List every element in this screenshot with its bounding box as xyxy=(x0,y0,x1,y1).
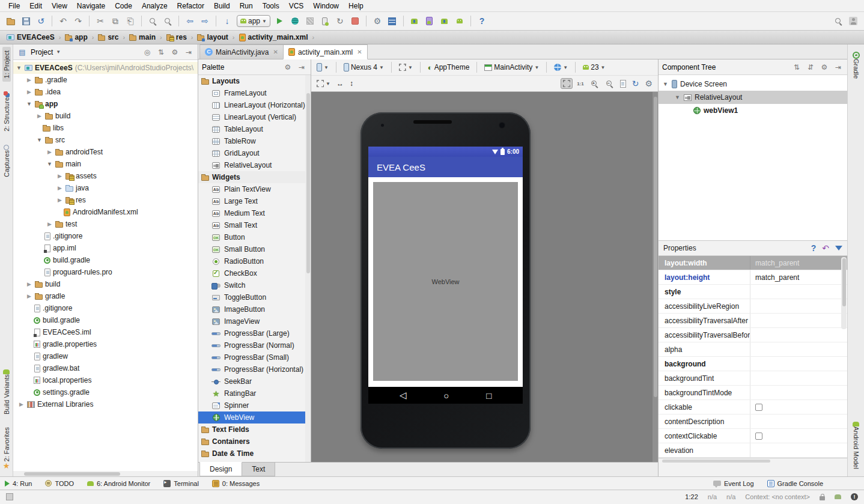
collapsed-arrow-icon[interactable]: ▶ xyxy=(36,113,43,119)
breadcrumb-layout[interactable]: layout xyxy=(195,33,230,41)
search-everywhere-icon[interactable] xyxy=(831,14,845,28)
palette-item-webview[interactable]: WebView xyxy=(198,411,311,424)
forward-icon[interactable]: ⇨ xyxy=(198,14,212,28)
tool-button-captures[interactable]: Captures xyxy=(2,141,11,181)
tree-row[interactable]: ▶java xyxy=(13,182,198,194)
menu-file[interactable]: File xyxy=(4,1,25,11)
hide-panel-icon[interactable]: ⇥ xyxy=(183,48,194,56)
save-icon[interactable] xyxy=(19,14,33,28)
property-row[interactable]: background xyxy=(659,357,847,371)
tree-row[interactable]: ▶gradle xyxy=(13,290,198,302)
home-nav-icon[interactable]: ○ xyxy=(443,390,449,401)
vertical-scrollbar[interactable] xyxy=(841,257,847,329)
pan-tool-icon[interactable] xyxy=(561,78,573,89)
breadcrumb-app[interactable]: app xyxy=(63,33,89,41)
tool-button-build-variants[interactable]: Build Variants xyxy=(2,366,11,418)
palette-item[interactable]: ImageButton xyxy=(198,303,311,315)
menu-vcs[interactable]: VCS xyxy=(284,1,309,11)
zoom-actual-icon[interactable]: 1:1 xyxy=(575,80,586,88)
property-row[interactable]: layout:heightmatch_parent xyxy=(659,270,847,285)
help-icon[interactable]: ? xyxy=(475,14,489,28)
paste-icon[interactable]: ⎗ xyxy=(123,14,138,28)
gear-icon[interactable]: ⚙ xyxy=(169,48,180,56)
tab-activity-main-xml[interactable]: activity_main.xml ✕ xyxy=(283,44,368,59)
sdk-manager-icon[interactable] xyxy=(437,14,452,28)
sort-icon[interactable]: ↓ xyxy=(220,14,234,28)
palette-item[interactable]: ToggleButton xyxy=(198,291,311,303)
collapse-all-icon[interactable]: ⇅ xyxy=(156,48,166,56)
menu-run[interactable]: Run xyxy=(235,1,258,11)
tree-row[interactable]: AndroidManifest.xml xyxy=(13,206,198,218)
menu-help[interactable]: Help xyxy=(344,1,368,11)
tree-row[interactable]: gradlew.bat xyxy=(13,362,198,374)
palette-item[interactable]: Medium Text xyxy=(198,207,311,219)
gear-icon[interactable]: ⚙ xyxy=(819,63,830,71)
expanded-arrow-icon[interactable]: ▼ xyxy=(662,81,669,87)
lock-icon[interactable] xyxy=(820,496,825,500)
design-canvas[interactable]: 6:00 EVEA CeeS WebView xyxy=(311,92,658,462)
collapsed-arrow-icon[interactable]: ▶ xyxy=(46,221,53,227)
menu-analyze[interactable]: Analyze xyxy=(137,1,172,11)
expanded-arrow-icon[interactable]: ▼ xyxy=(674,94,681,100)
palette-item[interactable]: RelativeLayout xyxy=(198,159,311,171)
zoom-fit-selector[interactable]: ▼ xyxy=(315,79,332,88)
component-row-relativelayout[interactable]: ▼ RelativeLayout xyxy=(659,91,847,104)
expand-horizontal-icon[interactable]: ↔ xyxy=(335,78,345,89)
canvas-scrollbar[interactable] xyxy=(653,92,658,462)
hide-panel-icon[interactable]: ⇥ xyxy=(296,63,307,71)
tool-button-favorites[interactable]: 2: Favorites ★ xyxy=(2,424,11,474)
debug-icon[interactable] xyxy=(288,14,302,28)
collapsed-arrow-icon[interactable]: ▶ xyxy=(56,197,63,203)
help-icon[interactable]: ? xyxy=(811,243,817,253)
collapsed-arrow-icon[interactable]: ▶ xyxy=(26,293,32,299)
palette-item[interactable]: Spinner xyxy=(198,399,311,411)
palette-item[interactable]: ImageView xyxy=(198,315,311,327)
tree-row[interactable]: ▶.idea xyxy=(13,86,198,98)
tree-row-app[interactable]: ▼app xyxy=(13,98,198,110)
property-row[interactable]: style xyxy=(659,285,847,299)
run-config-selector[interactable]: app ▼ xyxy=(237,15,270,27)
collapsed-arrow-icon[interactable]: ▶ xyxy=(46,149,53,155)
preview-doc-icon[interactable] xyxy=(618,79,628,89)
menu-refactor[interactable]: Refactor xyxy=(172,1,209,11)
notification-icon[interactable]: ! xyxy=(851,493,858,500)
tree-row[interactable]: app.iml xyxy=(13,242,198,254)
breadcrumb-src[interactable]: src xyxy=(96,33,120,41)
gear-icon[interactable]: ⚙ xyxy=(643,77,654,90)
component-row-device-screen[interactable]: ▼ Device Screen xyxy=(659,77,847,91)
collapsed-arrow-icon[interactable]: ▶ xyxy=(56,185,63,191)
property-row[interactable]: alpha xyxy=(659,342,847,357)
tree-row[interactable]: local.properties xyxy=(13,374,198,386)
collapse-all-icon[interactable]: ⇵ xyxy=(805,63,816,71)
hide-panel-icon[interactable]: ⇥ xyxy=(833,63,844,71)
line-separator-indicator[interactable]: n/a xyxy=(708,493,717,500)
tree-row[interactable]: ▶build xyxy=(13,278,198,290)
palette-item[interactable]: ★RatingBar xyxy=(198,387,311,399)
theme-selector[interactable]: ◐AppTheme xyxy=(426,62,472,73)
palette-item[interactable]: ProgressBar (Small) xyxy=(198,351,311,363)
palette-item[interactable]: SeekBar xyxy=(198,375,311,387)
tree-row[interactable]: build.gradle xyxy=(13,254,198,266)
redo-icon[interactable]: ↷ xyxy=(71,14,85,28)
menu-edit[interactable]: Edit xyxy=(25,1,47,11)
tool-button-android-model[interactable]: Android Model xyxy=(852,418,860,473)
tree-row[interactable]: .gitignore xyxy=(13,302,198,314)
palette-section-date-time[interactable]: Date & Time xyxy=(198,448,311,460)
tree-row[interactable]: proguard-rules.pro xyxy=(13,266,198,278)
stop-icon[interactable] xyxy=(348,14,362,28)
tree-row[interactable]: ▶build xyxy=(13,110,198,122)
palette-item[interactable]: Button xyxy=(198,231,311,243)
layout-content[interactable]: WebView xyxy=(368,177,523,387)
tree-row-main[interactable]: ▼main xyxy=(13,158,198,170)
tree-row[interactable]: settings.gradle xyxy=(13,386,198,398)
tool-button-structure[interactable]: 2: Structure xyxy=(2,88,11,135)
tool-button-gradle[interactable]: Gradle xyxy=(852,48,860,82)
recents-nav-icon[interactable]: □ xyxy=(486,390,491,401)
property-row[interactable]: accessibilityTraversalAfter xyxy=(659,314,847,328)
back-nav-icon[interactable]: ◁ xyxy=(400,390,407,401)
project-structure-icon[interactable] xyxy=(385,14,400,28)
reset-icon[interactable]: ↶ xyxy=(822,243,829,253)
caret-position[interactable]: 1:22 xyxy=(685,493,698,500)
device-screen[interactable]: 6:00 EVEA CeeS WebView xyxy=(368,147,523,404)
context-indicator[interactable]: Context: <no context> xyxy=(745,493,810,500)
